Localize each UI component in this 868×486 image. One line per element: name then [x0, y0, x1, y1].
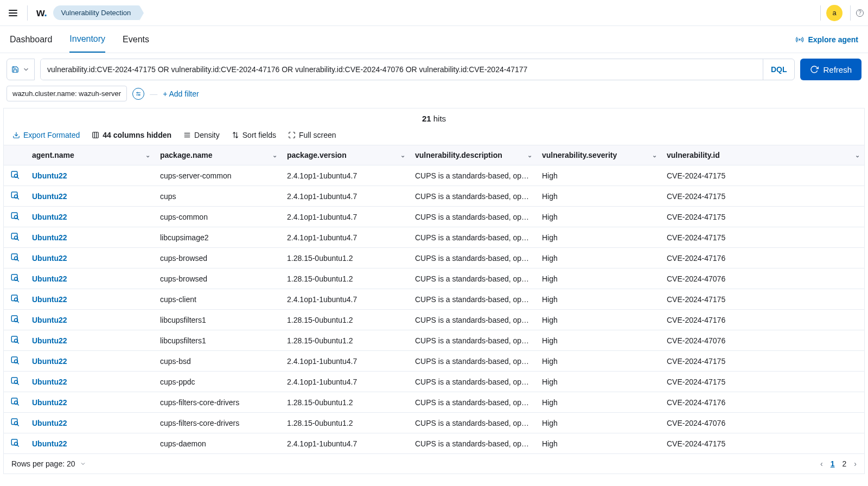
fullscreen-label: Full screen: [299, 131, 336, 139]
hits-label: hits: [431, 114, 446, 123]
cell-vuln-id: CVE-2024-47076: [661, 268, 864, 289]
menu-button[interactable]: [4, 4, 22, 22]
table-row: Ubuntu22cups-bsd2.4.1op1-1ubuntu4.7CUPS …: [4, 351, 864, 372]
page-2[interactable]: 2: [843, 459, 847, 468]
table-row: Ubuntu22cups-daemon2.4.1op1-1ubuntu4.7CU…: [4, 433, 864, 454]
inspect-button[interactable]: [10, 252, 20, 262]
sort-button[interactable]: Sort fields: [232, 131, 276, 139]
add-filter-button[interactable]: + Add filter: [163, 89, 199, 98]
agent-link[interactable]: Ubuntu22: [32, 295, 67, 304]
fullscreen-button[interactable]: Full screen: [288, 131, 336, 139]
inspect-button[interactable]: [10, 293, 20, 303]
col-package-name[interactable]: package.name⌄: [155, 145, 282, 165]
agent-link[interactable]: Ubuntu22: [32, 316, 67, 324]
inspect-button[interactable]: [10, 211, 20, 221]
cell-vuln-id: CVE-2024-47175: [661, 186, 864, 207]
svg-line-50: [17, 425, 19, 426]
svg-line-35: [17, 322, 19, 323]
saved-query-button[interactable]: [7, 59, 35, 80]
cell-severity: High: [537, 207, 661, 227]
svg-line-20: [17, 219, 19, 220]
cell-vuln-id: CVE-2024-47176: [661, 248, 864, 268]
inspect-button[interactable]: [10, 397, 20, 406]
col-vuln-severity[interactable]: vulnerability.severity⌄: [537, 145, 661, 165]
inspect-button[interactable]: [10, 417, 20, 427]
explore-agent-link[interactable]: Explore agent: [796, 35, 858, 44]
rows-per-page[interactable]: Rows per page: 20: [11, 459, 86, 468]
logo[interactable]: w.: [36, 7, 47, 19]
next-page[interactable]: ›: [854, 459, 857, 468]
agent-link[interactable]: Ubuntu22: [32, 336, 67, 345]
col-agent-name[interactable]: agent.name⌄: [27, 145, 155, 165]
agent-link[interactable]: Ubuntu22: [32, 233, 67, 242]
agent-link[interactable]: Ubuntu22: [32, 398, 67, 407]
fullscreen-icon: [288, 131, 296, 139]
agent-link[interactable]: Ubuntu22: [32, 274, 67, 283]
table-row: Ubuntu22cups-server-common2.4.1op1-1ubun…: [4, 165, 864, 186]
table-row: Ubuntu22cups-common2.4.1op1-1ubuntu4.7CU…: [4, 207, 864, 227]
grid-toolbar: Export Formated 44 columns hidden Densit…: [4, 129, 864, 145]
cell-package-version: 1.28.15-0ubuntu1.2: [282, 330, 410, 351]
export-label: Export Formated: [23, 131, 80, 139]
divider: [27, 5, 28, 21]
inspect-button[interactable]: [10, 355, 20, 365]
cell-package-version: 2.4.1op1-1ubuntu4.7: [282, 372, 410, 392]
inspect-button[interactable]: [10, 438, 20, 447]
columns-icon: [92, 131, 99, 139]
tab-inventory[interactable]: Inventory: [69, 27, 105, 53]
save-icon: [11, 66, 19, 73]
cell-description: CUPS is a standards-based, op…: [410, 227, 537, 248]
svg-line-32: [17, 301, 19, 303]
inspect-button[interactable]: [10, 232, 20, 241]
breadcrumb[interactable]: Vulnerability Detection: [53, 5, 139, 20]
density-button[interactable]: Density: [183, 131, 220, 139]
col-vuln-description[interactable]: vulnerability.description⌄: [410, 145, 537, 165]
agent-link[interactable]: Ubuntu22: [32, 213, 67, 221]
svg-point-3: [137, 92, 138, 93]
agent-link[interactable]: Ubuntu22: [32, 357, 67, 366]
columns-hidden-button[interactable]: 44 columns hidden: [92, 131, 171, 139]
agent-link[interactable]: Ubuntu22: [32, 171, 67, 180]
svg-line-14: [17, 177, 19, 179]
filter-settings-icon[interactable]: [132, 88, 144, 100]
inspect-button[interactable]: [10, 335, 20, 344]
agent-link[interactable]: Ubuntu22: [32, 254, 67, 263]
cell-package-version: 2.4.1op1-1ubuntu4.7: [282, 433, 410, 454]
table-row: Ubuntu22cups-filters-core-drivers1.28.15…: [4, 392, 864, 413]
inspect-button[interactable]: [10, 170, 20, 180]
refresh-button[interactable]: Refresh: [800, 59, 861, 80]
inspect-button[interactable]: [10, 273, 20, 283]
agent-link[interactable]: Ubuntu22: [32, 378, 67, 386]
dql-toggle[interactable]: DQL: [763, 59, 795, 80]
filter-chip[interactable]: wazuh.cluster.name: wazuh-server: [7, 86, 127, 101]
results-panel: 21 hits Export Formated 44 columns hidde…: [3, 108, 865, 474]
svg-point-0: [799, 39, 800, 40]
tab-dashboard[interactable]: Dashboard: [10, 27, 52, 52]
search-input[interactable]: [41, 59, 763, 80]
help-icon[interactable]: ?: [856, 9, 864, 17]
cell-package-name: libcupsfilters1: [155, 310, 282, 330]
chevron-down-icon: [22, 66, 30, 73]
agent-link[interactable]: Ubuntu22: [32, 192, 67, 201]
agent-link[interactable]: Ubuntu22: [32, 439, 67, 448]
inspect-button[interactable]: [10, 314, 20, 324]
agent-link[interactable]: Ubuntu22: [32, 419, 67, 427]
cell-package-name: cups-server-common: [155, 165, 282, 186]
cell-vuln-id: CVE-2024-47175: [661, 372, 864, 392]
col-package-version[interactable]: package.version⌄: [282, 145, 410, 165]
cell-vuln-id: CVE-2024-47175: [661, 165, 864, 186]
cell-severity: High: [537, 227, 661, 248]
cell-vuln-id: CVE-2024-47076: [661, 330, 864, 351]
svg-rect-6: [93, 132, 99, 138]
prev-page[interactable]: ‹: [820, 459, 823, 468]
density-label: Density: [194, 131, 220, 139]
avatar[interactable]: a: [826, 5, 843, 21]
hits-count: 21 hits: [4, 108, 864, 129]
inspect-button[interactable]: [10, 190, 20, 200]
export-button[interactable]: Export Formated: [12, 131, 80, 139]
cell-package-version: 2.4.1op1-1ubuntu4.7: [282, 351, 410, 372]
tab-events[interactable]: Events: [123, 27, 149, 52]
col-vuln-id[interactable]: vulnerability.id⌄: [661, 145, 864, 165]
inspect-button[interactable]: [10, 376, 20, 386]
page-1[interactable]: 1: [831, 459, 835, 468]
